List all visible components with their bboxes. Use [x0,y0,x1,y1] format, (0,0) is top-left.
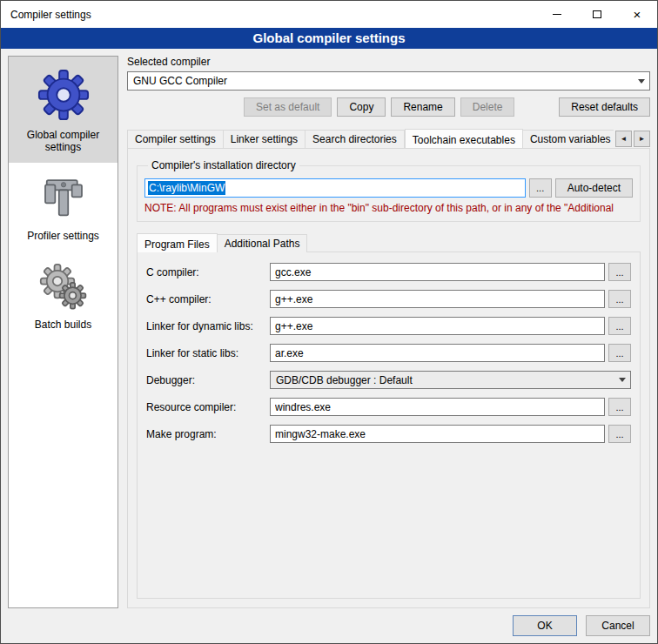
make-program-label: Make program: [146,428,270,440]
compiler-select[interactable]: GNU GCC Compiler [127,71,650,91]
program-files-tabstrip: Program Files Additional Paths [137,232,641,252]
ok-button[interactable]: OK [513,615,577,636]
cpp-compiler-input[interactable] [270,290,605,308]
static-linker-browse-button[interactable]: ... [608,344,631,362]
resource-compiler-row: Resource compiler: ... [146,398,631,416]
install-dir-selected-text: C:\raylib\MinGW [148,181,225,195]
debugger-label: Debugger: [146,374,270,386]
tab-compiler-settings[interactable]: Compiler settings [127,130,224,148]
set-as-default-button[interactable]: Set as default [244,97,332,117]
sidebar-item-profiler-settings[interactable]: Profiler settings [9,163,118,252]
dynamic-linker-row: Linker for dynamic libs: ... [146,317,631,335]
profiler-tool-icon [39,174,88,223]
minimize-icon [553,14,561,15]
compiler-settings-dialog: Compiler settings × Global compiler sett… [0,0,658,644]
cpp-compiler-row: C++ compiler: ... [146,290,631,308]
close-icon: × [634,8,641,21]
tab-custom-variables[interactable]: Custom variables [523,130,614,148]
rename-button[interactable]: Rename [391,97,454,117]
delete-button[interactable]: Delete [460,97,515,117]
dialog-body: Global compiler settings Profiler settin… [1,49,657,643]
page-title: Global compiler settings [1,28,657,49]
c-compiler-input[interactable] [270,263,605,281]
blue-gear-icon [37,68,91,122]
cpp-compiler-label: C++ compiler: [146,293,270,305]
debugger-select[interactable]: GDB/CDB debugger : Default [270,371,631,389]
settings-tabstrip: Compiler settings Linker settings Search… [127,128,650,148]
sidebar-item-label: Profiler settings [27,230,99,242]
sidebar-item-batch-builds[interactable]: Batch builds [9,252,118,340]
c-compiler-browse-button[interactable]: ... [608,263,631,281]
settings-sidebar: Global compiler settings Profiler settin… [8,56,118,608]
debugger-select-value: GDB/CDB debugger : Default [276,374,413,386]
static-linker-row: Linker for static libs: ... [146,344,631,362]
toolchain-panel: Compiler's installation directory C:\ray… [127,148,650,608]
dynamic-linker-input[interactable] [270,317,605,335]
reset-defaults-button[interactable]: Reset defaults [559,97,650,117]
title-bar: Compiler settings × [1,1,657,28]
program-files-panel: C compiler: ... C++ compiler: ... Linker… [137,252,641,599]
tab-linker-settings[interactable]: Linker settings [224,130,306,148]
close-button[interactable]: × [617,1,657,28]
dialog-footer: OK Cancel [8,615,650,636]
sidebar-item-label: Global compiler settings [12,129,114,153]
dynamic-linker-browse-button[interactable]: ... [608,317,631,335]
auto-detect-button[interactable]: Auto-detect [555,178,633,198]
tab-search-directories[interactable]: Search directories [306,130,405,148]
subtab-additional-paths[interactable]: Additional Paths [218,234,308,252]
dynamic-linker-label: Linker for dynamic libs: [146,320,270,332]
main-content: Selected compiler GNU GCC Compiler Set a… [127,56,650,608]
sidebar-item-global-compiler-settings[interactable]: Global compiler settings [9,57,118,163]
tab-scroll-left-button[interactable]: ◄ [615,131,632,147]
compiler-actions: Set as default Copy Rename Delete Reset … [127,97,650,117]
install-dir-input[interactable]: C:\raylib\MinGW [144,178,526,198]
static-linker-input[interactable] [270,344,605,362]
c-compiler-label: C compiler: [146,266,270,278]
compiler-select-value: GNU GCC Compiler [133,75,227,87]
cancel-button[interactable]: Cancel [586,615,650,636]
make-program-input[interactable] [270,425,605,443]
subtab-program-files[interactable]: Program Files [137,233,218,252]
static-linker-label: Linker for static libs: [146,347,270,359]
maximize-icon [593,10,601,18]
resource-compiler-browse-button[interactable]: ... [608,398,631,416]
gray-gears-icon [39,263,88,312]
maximize-button[interactable] [577,1,617,28]
tab-toolchain-executables[interactable]: Toolchain executables [405,129,523,148]
debugger-row: Debugger: GDB/CDB debugger : Default [146,371,631,389]
selected-compiler-label: Selected compiler [127,56,650,68]
minimize-button[interactable] [537,1,577,28]
chevron-down-icon [634,72,649,90]
resource-compiler-input[interactable] [270,398,605,416]
install-dir-browse-button[interactable]: ... [529,178,552,198]
make-program-row: Make program: ... [146,425,631,443]
installation-directory-group: Compiler's installation directory C:\ray… [137,159,641,222]
chevron-down-icon [614,372,630,388]
cpp-compiler-browse-button[interactable]: ... [608,290,631,308]
tab-scroll-right-button[interactable]: ► [634,131,650,147]
installation-directory-legend: Compiler's installation directory [148,159,299,171]
c-compiler-row: C compiler: ... [146,263,631,281]
sidebar-item-label: Batch builds [35,319,91,331]
make-program-browse-button[interactable]: ... [608,425,631,443]
resource-compiler-label: Resource compiler: [146,401,270,413]
window-title: Compiler settings [1,9,537,21]
copy-button[interactable]: Copy [337,97,386,117]
bin-subdirectory-note: NOTE: All programs must exist either in … [144,202,633,214]
